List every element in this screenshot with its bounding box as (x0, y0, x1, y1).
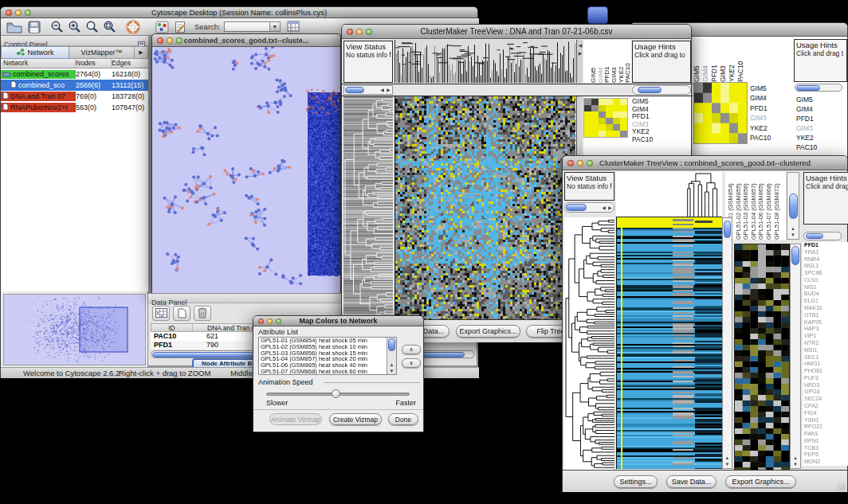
scrollbar-thumb[interactable] (388, 338, 395, 351)
open-network-icon[interactable] (6, 18, 23, 36)
scrollbar-thumb[interactable] (345, 87, 364, 93)
attribute-list-item[interactable]: GPL51-02 (GSM855) heat shock 10 min (259, 344, 387, 350)
treeview2-labels-vscrollbar[interactable]: ▲ ▼ (787, 172, 799, 240)
scrollbar-thumb[interactable] (806, 233, 823, 239)
network-row[interactable]: DNA and Tran 07 769(0) 183728(0) (1, 91, 148, 102)
close-button[interactable] (6, 10, 12, 16)
scroll-down-icon[interactable]: ▼ (723, 462, 732, 467)
zoom-out-icon[interactable] (50, 18, 64, 36)
column-header-edges[interactable]: Edges (112, 59, 148, 68)
tab-overflow-button[interactable]: ▶ (135, 46, 148, 59)
export-graphics-button[interactable]: Export Graphics... (725, 475, 796, 488)
column-header-id[interactable]: ID (151, 324, 193, 331)
move-down-button[interactable]: ∨ (402, 358, 421, 368)
treeview1-column-dendrogram[interactable] (395, 40, 575, 83)
network-view-canvas[interactable] (152, 47, 340, 293)
select-attributes-icon[interactable] (152, 306, 170, 321)
minimize-button[interactable] (577, 160, 583, 166)
scrollbar-thumb[interactable] (789, 193, 798, 219)
treeview3-hscrollbar[interactable] (795, 84, 842, 92)
scroll-up-icon[interactable]: ▲ (787, 226, 799, 231)
scroll-up-icon[interactable]: ▲ (791, 455, 800, 460)
birdseye-view[interactable] (3, 294, 146, 365)
delete-attribute-icon[interactable] (194, 306, 211, 321)
tab-vizmapper[interactable]: VizMapper™ (69, 46, 135, 59)
scroll-down-icon[interactable]: ▼ (791, 462, 800, 467)
treeview2-genes-hscrollbar[interactable] (803, 232, 842, 240)
treeview2-heatmap[interactable] (616, 217, 722, 469)
scroll-down-icon[interactable]: ▼ (787, 232, 799, 237)
attribute-list-item[interactable]: GPL51-03 (GSM856) heat shock 15 min (259, 350, 387, 357)
attribute-listbox[interactable]: GPL51-01 (GSM854) heat shock 05 minGPL51… (258, 337, 397, 375)
treeview2-global-vscrollbar[interactable]: ▲ ▼ (790, 244, 801, 469)
done-button[interactable]: Done (388, 413, 418, 425)
zoom-button[interactable] (276, 318, 281, 324)
network-row-selected[interactable]: combined_sco 2569(6) 13112(15) (1, 80, 148, 91)
scroll-right-icon[interactable]: ▶ (386, 88, 391, 92)
scrollbar-thumb[interactable] (796, 85, 820, 91)
network-view-titlebar[interactable]: combined_scores_good.txt--cluste... (152, 34, 340, 47)
scroll-right-icon[interactable]: ▶ (578, 51, 583, 56)
zoom-selected-icon[interactable] (103, 18, 116, 36)
minimize-button[interactable] (267, 318, 273, 324)
scrollbar-thumb[interactable] (724, 221, 731, 238)
column-header-nodes[interactable]: Nodes (76, 59, 112, 68)
move-up-button[interactable]: ∧ (402, 345, 421, 354)
animate-vizmap-button[interactable]: Animate Vizmap (269, 413, 322, 425)
zoom-in-icon[interactable] (68, 18, 81, 36)
treeview2-main-vscrollbar[interactable]: ▲ ▼ (722, 217, 732, 469)
treeview1-left-hscrollbar[interactable]: ◀ ▶ (344, 85, 393, 95)
network-row[interactable]: RNAPuberNov2+I 563(0) 107847(0) (1, 102, 148, 113)
treeview1-row-dendrogram[interactable] (344, 96, 393, 319)
dialog-titlebar[interactable]: Map Colors to Network (253, 316, 423, 326)
scroll-left-icon[interactable]: ◀ (601, 205, 607, 210)
minimize-button[interactable] (167, 37, 173, 44)
treeview2-column-dendrogram[interactable] (616, 172, 722, 217)
zoom-button[interactable] (176, 37, 183, 44)
export-graphics-button[interactable]: Export Graphics... (456, 325, 520, 338)
save-session-icon[interactable] (28, 18, 41, 36)
scroll-down-icon[interactable]: ▼ (387, 369, 396, 373)
treeview2-left-hscrollbar[interactable]: ◀ ▶ (564, 202, 614, 213)
search-dropdown-button[interactable]: ▾ (270, 21, 281, 32)
zoom-button[interactable] (587, 160, 593, 166)
attribute-list-item[interactable]: GPL51-01 (GSM854) heat shock 05 min (259, 338, 387, 344)
search-input[interactable] (224, 21, 270, 32)
network-row[interactable]: combined_scores 2764(0) 16218(0) (1, 68, 148, 80)
slider-thumb[interactable] (332, 389, 340, 398)
attribute-list-item[interactable]: GPL51-04 (GSM857) heat shock 20 min (259, 356, 387, 362)
help-lifebuoy-icon[interactable] (126, 18, 140, 36)
minimize-button[interactable] (356, 29, 363, 35)
treeview2-row-dendrogram[interactable] (564, 217, 614, 471)
close-button[interactable] (567, 160, 574, 166)
create-vizmap-button[interactable]: Create Vizmap (329, 413, 382, 425)
settings-button[interactable]: Settings... (614, 475, 658, 488)
zoom-button[interactable] (366, 29, 372, 35)
treeview1-right-hscrollbar[interactable] (632, 85, 691, 95)
treeview2-global-heatmap[interactable] (734, 244, 790, 471)
scroll-left-icon[interactable]: ◀ (379, 88, 385, 92)
column-header-network[interactable]: Network (1, 59, 76, 68)
attribute-list-item[interactable]: GPL51-07 (GSM868) heat shock 60 min (259, 369, 387, 375)
close-button[interactable] (258, 318, 264, 324)
scrollbar-thumb[interactable] (638, 87, 662, 93)
resize-grip[interactable] (837, 482, 846, 490)
tab-network[interactable]: Network (1, 46, 69, 59)
close-button[interactable] (157, 37, 163, 44)
main-titlebar[interactable]: Cytoscape Desktop (Session Name: collins… (1, 7, 477, 18)
close-button[interactable] (347, 29, 353, 35)
attribute-list-vscrollbar[interactable]: ▲ ▼ (387, 338, 396, 374)
scroll-right-icon[interactable]: ▶ (607, 205, 613, 210)
scroll-up-icon[interactable]: ▲ (387, 362, 396, 367)
create-attribute-icon[interactable] (173, 306, 190, 321)
save-data-button[interactable]: Save Data... (666, 475, 716, 488)
scrollbar-thumb[interactable] (566, 204, 587, 211)
treeview1-titlebar[interactable]: ClusterMaker TreeView : DNA and Tran 07-… (342, 25, 691, 39)
scroll-left-icon[interactable]: ◀ (578, 43, 583, 48)
minimize-button[interactable] (15, 10, 22, 16)
zoom-fit-icon[interactable] (85, 18, 99, 36)
scrollbar-thumb[interactable] (791, 246, 799, 265)
birdseye-canvas[interactable] (4, 295, 145, 365)
treeview1-heatmap[interactable] (395, 96, 575, 319)
attribute-list-item[interactable]: GPL51-06 (GSM865) heat shock 40 min (259, 362, 387, 369)
